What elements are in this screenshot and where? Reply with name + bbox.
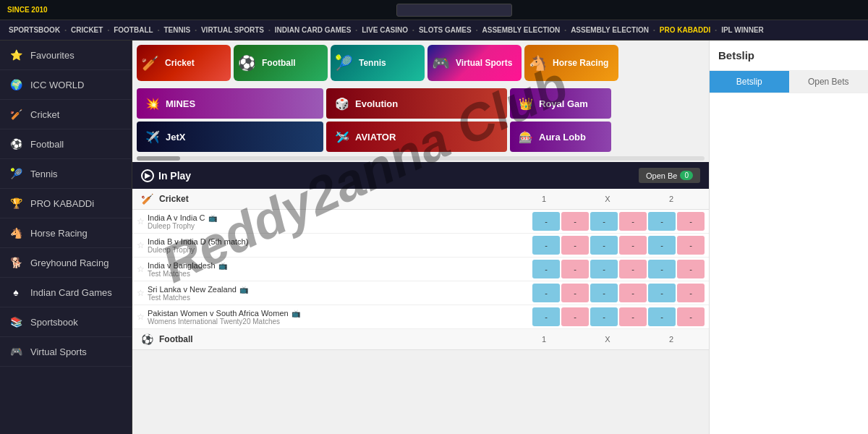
odd-back-2[interactable]: - xyxy=(648,212,676,231)
nav-item-slots-games[interactable]: SLOTS GAMES xyxy=(414,26,476,34)
odd-lay-2[interactable]: - xyxy=(677,260,705,278)
match-name[interactable]: Sri Lanka v New Zealand📺 xyxy=(148,285,532,294)
favourite-star[interactable]: ☆ xyxy=(137,264,145,274)
match-sub: Womens International Twenty20 Matches xyxy=(148,318,532,326)
odd-lay-x[interactable]: - xyxy=(619,236,647,255)
favourite-star[interactable]: ☆ xyxy=(137,312,145,322)
banner-evolution[interactable]: 🎲 Evolution xyxy=(326,88,507,119)
nav-item-assembly-election[interactable]: ASSEMBLY ELECTION xyxy=(478,26,565,34)
favourite-star[interactable]: ☆ xyxy=(137,288,145,298)
nav-item-football[interactable]: FOOTBALL xyxy=(109,26,157,34)
odd-lay-1[interactable]: - xyxy=(561,212,589,231)
sidebar-item-icc-world[interactable]: 🌍 ICC WORLD xyxy=(0,70,132,100)
match-name[interactable]: India A v India C📺 xyxy=(148,213,532,222)
nav-item-tennis[interactable]: TENNIS xyxy=(159,26,195,34)
nav-item-cricket[interactable]: CRICKET xyxy=(67,26,107,34)
sport-tile-football[interactable]: ⚽ Football xyxy=(234,45,328,81)
sidebar-label: Cricket xyxy=(30,109,59,120)
betslip-tab-betslip[interactable]: Betslip xyxy=(710,71,789,93)
search-input[interactable] xyxy=(396,4,512,17)
scroll-track[interactable] xyxy=(137,156,705,161)
tile-label: Virtual Sports xyxy=(456,58,512,68)
sidebar-icon: 🌍 xyxy=(9,77,23,92)
inplay-header: ▶ In Play Open Be 0 xyxy=(132,162,709,189)
match-sub: Duleep Trophy xyxy=(148,246,532,254)
nav-item-assembly-election[interactable]: ASSEMBLY ELECTION xyxy=(566,26,653,34)
odd-back-x[interactable]: - xyxy=(590,212,618,231)
col-2: 2 xyxy=(642,335,700,344)
odd-back-2[interactable]: - xyxy=(648,236,676,255)
odd-back-1[interactable]: - xyxy=(532,307,560,326)
odd-back-1[interactable]: - xyxy=(532,212,560,231)
banner-royal-gam[interactable]: 👑 Royal Gam xyxy=(510,88,611,119)
odd-lay-2[interactable]: - xyxy=(677,212,705,231)
sidebar-item-favourites[interactable]: ⭐ Favourites xyxy=(0,41,132,70)
odd-lay-1[interactable]: - xyxy=(561,260,589,278)
favourite-star[interactable]: ☆ xyxy=(137,216,145,226)
odd-back-2[interactable]: - xyxy=(648,284,676,302)
sport-tile-virtual-sports[interactable]: 🎮 Virtual Sports xyxy=(427,45,522,81)
open-bets-badge: 0 xyxy=(680,171,693,180)
banner-jetx[interactable]: ✈️ JetX xyxy=(137,122,323,152)
sport-header-football: ⚽ Football 1 X 2 xyxy=(132,329,709,350)
match-name[interactable]: India v Bangladesh📺 xyxy=(148,261,532,270)
betslip-tab-open-bets[interactable]: Open Bets xyxy=(789,71,869,93)
odd-back-2[interactable]: - xyxy=(648,307,676,326)
nav-item-ipl-winner[interactable]: IPL WINNER xyxy=(717,26,768,34)
odd-lay-1[interactable]: - xyxy=(561,284,589,302)
odd-back-2[interactable]: - xyxy=(648,260,676,278)
tile-label: Horse Racing xyxy=(553,58,608,68)
odd-lay-2[interactable]: - xyxy=(677,284,705,302)
odd-back-1[interactable]: - xyxy=(532,260,560,278)
odd-lay-x[interactable]: - xyxy=(619,260,647,278)
sidebar-icon: 🏆 xyxy=(9,196,23,210)
odd-lay-x[interactable]: - xyxy=(619,212,647,231)
sidebar-item-horse-racing[interactable]: 🐴 Horse Racing xyxy=(0,218,132,248)
odd-back-x[interactable]: - xyxy=(590,307,618,326)
odd-lay-2[interactable]: - xyxy=(677,236,705,255)
nav-item-sportsbook[interactable]: SPORTSBOOK xyxy=(4,26,64,34)
odd-back-x[interactable]: - xyxy=(590,260,618,278)
sidebar-icon: ♠ xyxy=(9,285,23,299)
match-info: India A v India C📺 Duleep Trophy xyxy=(148,213,532,230)
odd-back-x[interactable]: - xyxy=(590,284,618,302)
match-info: Sri Lanka v New Zealand📺 Test Matches xyxy=(148,285,532,302)
banner-mines[interactable]: 💥 MINES xyxy=(137,88,323,119)
odd-back-1[interactable]: - xyxy=(532,236,560,255)
sidebar-item-greyhound-racing[interactable]: 🐕 Greyhound Racing xyxy=(0,248,132,278)
odd-back-1[interactable]: - xyxy=(532,284,560,302)
table-row: ☆ India A v India C📺 Duleep Trophy - - -… xyxy=(132,210,709,234)
match-name[interactable]: Pakistan Women v South Africa Women📺 xyxy=(148,309,532,318)
betslip-title: Betslip xyxy=(710,41,868,71)
odds-group: - - - - - - xyxy=(532,284,705,302)
nav-item-pro-kabaddi[interactable]: PRO KABADDI xyxy=(655,26,715,34)
nav-item-live-casino[interactable]: LIVE CASINO xyxy=(357,26,412,34)
banner-aviator[interactable]: 🛩️ AVIATOR xyxy=(326,122,507,152)
odd-lay-2[interactable]: - xyxy=(677,307,705,326)
sidebar-label: Greyhound Racing xyxy=(30,258,109,268)
sidebar-item-indian-card-games[interactable]: ♠ Indian Card Games xyxy=(0,278,132,307)
sidebar-icon: 🎾 xyxy=(9,166,23,181)
sport-tile-horse-racing[interactable]: 🐴 Horse Racing xyxy=(524,45,618,81)
favourite-star[interactable]: ☆ xyxy=(137,240,145,250)
odd-lay-1[interactable]: - xyxy=(561,236,589,255)
sidebar-item-sportsbook[interactable]: 📚 Sportsbook xyxy=(0,307,132,337)
odd-lay-x[interactable]: - xyxy=(619,307,647,326)
sidebar-item-pro-kabaddi[interactable]: 🏆 PRO KABADDi xyxy=(0,189,132,218)
sport-tile-tennis[interactable]: 🎾 Tennis xyxy=(331,45,425,81)
tile-icon: 🏏 xyxy=(141,54,159,72)
sidebar-icon: 📚 xyxy=(9,315,23,329)
sport-tile-cricket[interactable]: 🏏 Cricket xyxy=(137,45,231,81)
sidebar-item-cricket[interactable]: 🏏 Cricket xyxy=(0,100,132,129)
nav-item-indian-card-games[interactable]: INDIAN CARD GAMES xyxy=(271,26,356,34)
match-name[interactable]: India B v India D (5th match) xyxy=(148,237,532,246)
sidebar-item-football[interactable]: ⚽ Football xyxy=(0,129,132,159)
nav-item-virtual-sports[interactable]: VIRTUAL SPORTS xyxy=(197,26,268,34)
odd-lay-x[interactable]: - xyxy=(619,284,647,302)
odd-lay-1[interactable]: - xyxy=(561,307,589,326)
open-bets-button[interactable]: Open Be 0 xyxy=(639,168,700,183)
sidebar-item-tennis[interactable]: 🎾 Tennis xyxy=(0,159,132,189)
odd-back-x[interactable]: - xyxy=(590,236,618,255)
sidebar-item-virtual-sports[interactable]: 🎮 Virtual Sports xyxy=(0,337,132,367)
banner-aura-lobb[interactable]: 🎰 Aura Lobb xyxy=(510,122,611,152)
